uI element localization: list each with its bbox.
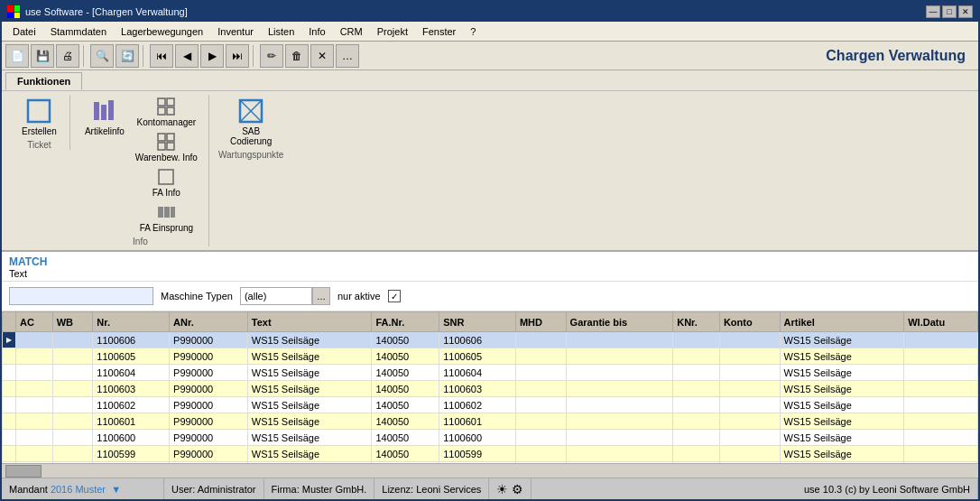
user-text: User: Administrator (171, 484, 256, 495)
menu-help[interactable]: ? (463, 24, 483, 39)
ribbon-btn-kontomanager[interactable]: Kontomanager (132, 95, 201, 129)
tab-funktionen[interactable]: Funktionen (5, 72, 82, 90)
logo-cell-1 (7, 5, 14, 12)
col-header-garantie[interactable]: Garantie bis (566, 312, 673, 332)
toolbar-first[interactable]: ⏮ (150, 44, 173, 68)
col-header-mhd[interactable]: MHD (515, 312, 566, 332)
logo-cell-4 (14, 13, 21, 19)
toolbar-print[interactable]: 🖨 (56, 44, 79, 68)
cell-mhd (515, 430, 566, 446)
menu-lagerbewegungen[interactable]: Lagerbewegungen (114, 24, 210, 39)
svg-rect-3 (108, 100, 114, 120)
ribbon-btn-artikelinfo[interactable]: Artikelinfo (79, 95, 130, 235)
maximize-button[interactable]: □ (942, 5, 957, 18)
toolbar-prev[interactable]: ◀ (175, 44, 199, 68)
col-header-ac[interactable]: AC (16, 312, 53, 332)
col-header-snr[interactable]: SNR (439, 312, 516, 332)
menu-listen[interactable]: Listen (261, 24, 301, 39)
col-header-nr[interactable]: Nr. (93, 312, 170, 332)
cell-anr: P990000 (170, 381, 248, 397)
col-header-text[interactable]: Text (247, 312, 372, 332)
toolbar-refresh[interactable]: 🔄 (116, 44, 139, 68)
table-row[interactable]: 1100602P990000WS15 Seilsäge1400501100602… (3, 397, 978, 413)
maschine-typen-dropdown-btn[interactable]: … (312, 287, 330, 305)
cell-konto (719, 381, 780, 397)
h-scroll-thumb[interactable] (5, 465, 42, 478)
toolbar-cancel[interactable]: ✕ (310, 44, 334, 68)
col-header-konto[interactable]: Konto (719, 312, 780, 332)
table-row[interactable]: 1100599P990000WS15 Seilsäge1400501100599… (3, 446, 978, 462)
cell-wi_datu (904, 397, 978, 413)
toolbar-new[interactable]: 📄 (5, 44, 29, 68)
cell-snr: 1100600 (439, 430, 516, 446)
col-header-anr[interactable]: ANr. (170, 312, 248, 332)
ribbon-btn-erstellen[interactable]: Erstellen (16, 95, 62, 138)
toolbar-edit[interactable]: ✏ (260, 44, 283, 68)
ribbon-btn-sab[interactable]: SABCodierung (225, 95, 277, 148)
table-row[interactable]: 1100603P990000WS15 Seilsäge1400501100603… (3, 381, 978, 397)
table-row[interactable]: 1100600P990000WS15 Seilsäge1400501100600… (3, 430, 978, 446)
ribbon-group-ticket: Erstellen Ticket (9, 95, 70, 150)
menu-projekt[interactable]: Projekt (370, 24, 415, 39)
table-row[interactable]: ▶1100606P990000WS15 Seilsäge140050110060… (3, 332, 978, 348)
cell-wb (52, 462, 93, 464)
menu-info[interactable]: Info (301, 24, 332, 39)
cell-knr (673, 446, 720, 462)
mandant-label: Mandant (9, 484, 48, 495)
ribbon-tabs: Funktionen (2, 70, 978, 90)
cell-fanr: 140050 (372, 397, 439, 413)
fa-info-label: FA Info (153, 188, 180, 198)
ribbon-btn-fa-info[interactable]: FA Info (132, 165, 201, 199)
toolbar-more[interactable]: … (336, 44, 359, 68)
cell-nr: 1100605 (93, 348, 170, 365)
minimize-button[interactable]: — (926, 5, 940, 18)
col-header-widatu[interactable]: WI.Datu (904, 312, 978, 332)
table-container[interactable]: AC WB Nr. ANr. Text FA.Nr. SNR MHD Garan… (2, 311, 978, 463)
menu-stammdaten[interactable]: Stammdaten (43, 24, 114, 39)
cell-wb (52, 381, 93, 397)
toolbar-next[interactable]: ▶ (200, 44, 224, 68)
toolbar-delete[interactable]: 🗑 (285, 44, 309, 68)
cell-knr (673, 430, 720, 446)
table-row[interactable]: 1100605P990000WS15 Seilsäge1400501100605… (3, 348, 978, 365)
maschine-typen-input[interactable] (240, 287, 312, 305)
close-button[interactable]: ✕ (958, 5, 973, 18)
user-segment: User: Administrator (164, 478, 264, 499)
cell-konto (719, 413, 780, 430)
nur-aktive-checkbox[interactable]: ✓ (388, 290, 401, 302)
cell-konto (719, 462, 780, 464)
cell-ac (16, 430, 53, 446)
cell-anr: P990000 (170, 348, 248, 365)
table-row[interactable]: 1100598P990000WS15 Seilsäge1400501100598… (3, 462, 978, 464)
toolbar-save[interactable]: 💾 (31, 44, 54, 68)
search-input[interactable] (9, 287, 153, 305)
cell-garantie (566, 430, 673, 446)
fa-einsprung-icon (156, 202, 176, 222)
menu-fenster[interactable]: Fenster (415, 24, 463, 39)
sab-label: SABCodierung (230, 126, 272, 146)
ribbon-btn-warenbew[interactable]: Warenbew. Info (132, 130, 201, 164)
col-header-knr[interactable]: KNr. (673, 312, 720, 332)
toolbar-last[interactable]: ⏭ (226, 44, 249, 68)
menu-crm[interactable]: CRM (333, 24, 370, 39)
mandant-value[interactable]: 2016 Muster ▼ (51, 484, 121, 495)
cell-text: WS15 Seilsäge (247, 381, 372, 397)
settings-icon[interactable]: ⚙ (512, 482, 523, 496)
col-header-wb[interactable]: WB (52, 312, 93, 332)
table-row[interactable]: 1100601P990000WS15 Seilsäge1400501100601… (3, 413, 978, 430)
sun-icon[interactable]: ☀ (496, 482, 508, 496)
table-row[interactable]: 1100604P990000WS15 Seilsäge1400501100604… (3, 365, 978, 381)
toolbar-search[interactable]: 🔍 (90, 44, 114, 68)
cell-anr: P990000 (170, 365, 248, 381)
horizontal-scrollbar[interactable] (2, 463, 978, 478)
cell-artikel: WS15 Seilsäge (780, 365, 904, 381)
col-header-fanr[interactable]: FA.Nr. (372, 312, 439, 332)
ribbon-btn-fa-einsprung[interactable]: FA Einsprung (132, 200, 201, 235)
cell-artikel: WS15 Seilsäge (780, 462, 904, 464)
menu-datei[interactable]: Datei (5, 24, 43, 39)
cell-fanr: 140050 (372, 348, 439, 365)
cell-anr: P990000 (170, 413, 248, 430)
svg-rect-10 (158, 143, 165, 150)
col-header-artikel[interactable]: Artikel (780, 312, 904, 332)
menu-inventur[interactable]: Inventur (210, 24, 261, 39)
